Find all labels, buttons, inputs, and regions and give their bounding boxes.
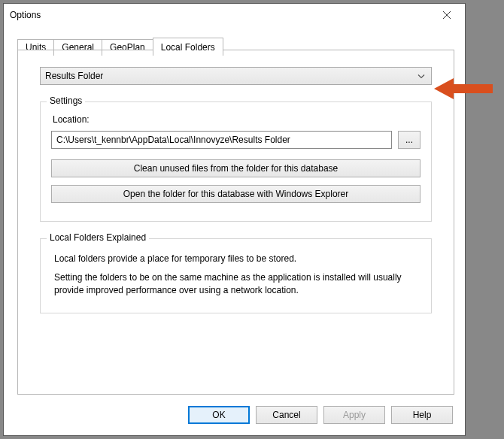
cancel-label: Cancel	[272, 410, 300, 420]
svg-marker-2	[434, 78, 493, 99]
dropdown-value: Results Folder	[45, 71, 103, 81]
help-label: Help	[413, 410, 432, 420]
clean-unused-button[interactable]: Clean unused files from the folder for t…	[51, 159, 421, 177]
cancel-button[interactable]: Cancel	[256, 406, 317, 424]
open-explorer-button[interactable]: Open the folder for this database with W…	[51, 185, 421, 203]
close-button[interactable]	[432, 5, 462, 26]
apply-label: Apply	[343, 410, 366, 420]
explained-p1: Local folders provide a place for tempor…	[54, 253, 417, 265]
browse-button[interactable]: ...	[398, 131, 421, 149]
clean-label: Clean unused files from the folder for t…	[134, 163, 339, 174]
location-label: Location:	[53, 114, 421, 125]
location-value: C:\Users\t_kennbr\AppData\Local\Innovyze…	[56, 135, 290, 145]
apply-button: Apply	[323, 406, 385, 424]
tab-local-folders[interactable]: Local Folders	[153, 38, 223, 56]
options-dialog: Options Units General GeoPlan Local Fold…	[3, 3, 466, 436]
explained-legend: Local Folders Explained	[47, 232, 149, 243]
ok-button[interactable]: OK	[188, 406, 250, 424]
folder-type-dropdown[interactable]: Results Folder	[40, 67, 432, 85]
location-row: C:\Users\t_kennbr\AppData\Local\Innovyze…	[51, 131, 421, 149]
annotation-arrow-icon	[434, 75, 494, 102]
browse-label: ...	[405, 135, 413, 145]
titlebar: Options	[4, 4, 465, 26]
window-title: Options	[10, 10, 432, 20]
close-icon	[442, 11, 451, 20]
location-input[interactable]: C:\Users\t_kennbr\AppData\Local\Innovyze…	[51, 131, 392, 149]
help-button[interactable]: Help	[391, 406, 453, 424]
explained-group: Local Folders Explained Local folders pr…	[40, 238, 432, 313]
ok-label: OK	[212, 410, 225, 420]
explained-p2: Setting the folders to be on the same ma…	[54, 271, 417, 297]
tab-panel-local-folders: Results Folder Settings Location: C:\Use…	[17, 50, 454, 395]
settings-legend: Settings	[47, 95, 85, 106]
settings-group: Settings Location: C:\Users\t_kennbr\App…	[40, 101, 432, 222]
chevron-down-icon	[417, 72, 425, 80]
tab-label: Local Folders	[161, 42, 215, 53]
open-label: Open the folder for this database with W…	[123, 189, 348, 199]
dialog-footer: OK Cancel Apply Help	[4, 395, 465, 435]
